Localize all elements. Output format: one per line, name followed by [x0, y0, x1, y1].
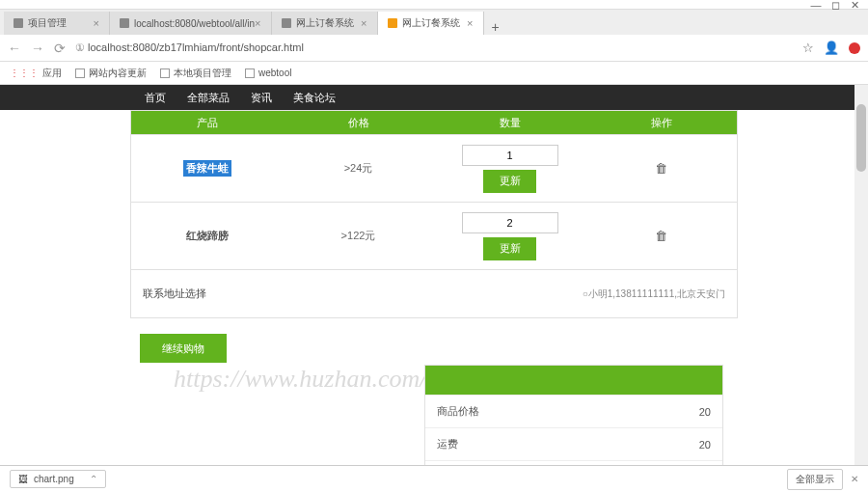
continue-shopping-button[interactable]: 继续购物	[140, 334, 227, 363]
tab-label: 网上订餐系统	[402, 16, 460, 30]
tab-2[interactable]: localhost:8080/webtool/all/in×	[110, 12, 272, 35]
col-product: 产品	[131, 111, 283, 134]
update-button[interactable]: 更新	[483, 170, 536, 193]
url-text: localhost:8080/zb17lmhiam/front/shopcar.…	[88, 41, 304, 53]
nav-news[interactable]: 资讯	[251, 91, 272, 105]
file-icon: 🖼	[18, 474, 28, 484]
tab-close-icon[interactable]: ×	[361, 17, 366, 29]
product-price: >24元	[344, 161, 373, 176]
summary-label: 运费	[437, 437, 458, 451]
bookmarks-bar: ⋮⋮⋮应用 网站内容更新 本地项目管理 webtool	[0, 62, 868, 85]
download-item[interactable]: 🖼 chart.png ⌃	[10, 470, 106, 488]
summary-label: 商品价格	[437, 404, 479, 419]
url-input[interactable]: ① localhost:8080/zb17lmhiam/front/shopca…	[75, 41, 793, 54]
qty-input[interactable]	[462, 145, 558, 166]
browser-tabs: 项目管理× localhost:8080/webtool/all/in× 网上订…	[0, 10, 868, 35]
col-price: 价格	[283, 111, 434, 134]
tab-label: localhost:8080/webtool/all/in	[134, 18, 255, 29]
summary-value: 20	[699, 406, 711, 418]
info-icon: ①	[75, 41, 85, 53]
address-bar: ← → ⟳ ① localhost:8080/zb17lmhiam/front/…	[0, 35, 868, 62]
back-button[interactable]: ←	[8, 41, 21, 56]
site-nav: 首页 全部菜品 资讯 美食论坛	[0, 85, 868, 110]
bookmark-label: webtool	[258, 68, 291, 78]
download-filename: chart.png	[34, 474, 74, 484]
trash-icon[interactable]: 🗑	[655, 229, 667, 243]
summary-panel: 商品价格20 运费20 合计288	[424, 365, 723, 475]
col-action: 操作	[585, 111, 737, 134]
update-button[interactable]: 更新	[483, 237, 536, 260]
show-all-downloads-button[interactable]: 全部显示	[787, 469, 843, 490]
nav-all-dishes[interactable]: 全部菜品	[187, 91, 230, 105]
address-info[interactable]: ○小明1,13811111111,北京天安门	[583, 287, 725, 301]
bookmark-item[interactable]: webtool	[245, 68, 291, 78]
trash-icon[interactable]: 🗑	[655, 161, 667, 176]
cart-table: 产品 价格 数量 操作 香辣牛蛙 >24元 更新 🗑 红烧蹄膀 >122元 更新…	[130, 110, 738, 270]
col-qty: 数量	[434, 111, 585, 134]
bookmark-label: 网站内容更新	[89, 67, 147, 80]
tab-3[interactable]: 网上订餐系统×	[272, 12, 378, 35]
favicon-icon	[14, 18, 23, 28]
scroll-thumb[interactable]	[856, 104, 866, 172]
favicon-icon	[388, 18, 397, 28]
table-row: 香辣牛蛙 >24元 更新 🗑	[131, 134, 737, 202]
bookmark-label: 本地项目管理	[174, 67, 231, 80]
forward-button[interactable]: →	[31, 41, 44, 56]
vertical-scrollbar[interactable]	[854, 85, 868, 475]
apps-label: 应用	[42, 67, 62, 80]
table-row: 红烧蹄膀 >122元 更新 🗑	[131, 202, 737, 269]
download-bar: 🖼 chart.png ⌃ 全部显示 ✕	[0, 465, 868, 492]
summary-value: 20	[699, 439, 711, 451]
window-titlebar: — ◻ ✕	[0, 0, 868, 10]
chevron-up-icon[interactable]: ⌃	[90, 474, 97, 484]
product-price: >122元	[341, 229, 376, 243]
tab-label: 网上订餐系统	[296, 16, 354, 30]
favicon-icon	[282, 18, 291, 28]
summary-row: 运费20	[425, 427, 722, 460]
reload-button[interactable]: ⟳	[54, 41, 66, 56]
product-name[interactable]: 红烧蹄膀	[186, 229, 229, 243]
tab-close-icon[interactable]: ×	[255, 17, 260, 29]
tab-close-icon[interactable]: ×	[94, 17, 99, 29]
tab-label: 项目管理	[28, 16, 67, 30]
bookmark-item[interactable]: 网站内容更新	[75, 67, 147, 80]
product-name[interactable]: 香辣牛蛙	[183, 160, 231, 177]
minimize-button[interactable]: —	[810, 0, 822, 11]
bookmark-star-icon[interactable]: ☆	[802, 41, 814, 55]
address-section: 联系地址选择 ○小明1,13811111111,北京天安门	[130, 270, 738, 318]
close-window-button[interactable]: ✕	[849, 0, 860, 11]
close-download-bar-button[interactable]: ✕	[851, 474, 858, 484]
user-icon[interactable]: 👤	[824, 41, 839, 55]
nav-home[interactable]: 首页	[145, 91, 166, 105]
maximize-button[interactable]: ◻	[829, 0, 841, 11]
tab-4-active[interactable]: 网上订餐系统×	[378, 12, 484, 35]
page-icon	[75, 68, 85, 78]
summary-header	[425, 366, 722, 395]
table-header: 产品 价格 数量 操作	[131, 111, 737, 134]
summary-row: 商品价格20	[425, 395, 722, 427]
bookmark-item[interactable]: 本地项目管理	[160, 67, 231, 80]
favicon-icon	[120, 18, 129, 28]
page-icon	[245, 68, 255, 78]
nav-forum[interactable]: 美食论坛	[293, 91, 336, 105]
extension-icon[interactable]	[849, 42, 860, 54]
new-tab-button[interactable]: +	[484, 19, 507, 35]
page-content: 首页 全部菜品 资讯 美食论坛 产品 价格 数量 操作 香辣牛蛙 >24元 更新…	[0, 85, 868, 475]
address-label: 联系地址选择	[143, 287, 206, 301]
tab-1[interactable]: 项目管理×	[4, 12, 110, 35]
tab-close-icon[interactable]: ×	[467, 17, 473, 29]
qty-input[interactable]	[462, 212, 558, 233]
page-icon	[160, 68, 170, 78]
apps-button[interactable]: ⋮⋮⋮应用	[10, 67, 62, 80]
